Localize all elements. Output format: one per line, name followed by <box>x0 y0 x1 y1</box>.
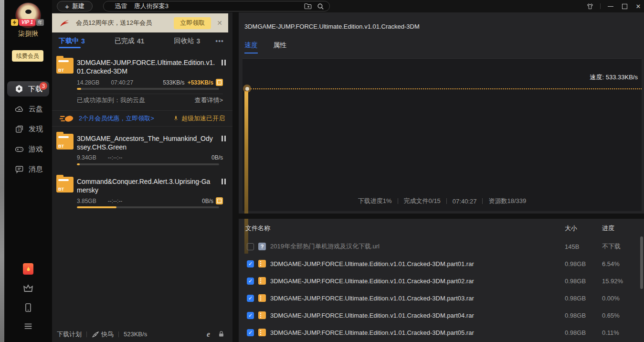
sidebar-item-messages[interactable]: 消息 <box>7 161 49 177</box>
search-bar[interactable]: 迅雷 唐人街探案3 <box>103 1 330 11</box>
crown-icon[interactable] <box>22 283 34 294</box>
vip-badges: VIP 1 年 <box>11 19 44 26</box>
file-checkbox[interactable]: ✓ <box>247 260 254 267</box>
browser-icon[interactable]: e <box>207 330 210 339</box>
download-stats: 9.34GB --:--:-- 0B/s <box>77 154 223 161</box>
svg-text:3: 3 <box>18 128 20 132</box>
sidebar-item-discover[interactable]: 3 发现 <box>7 121 49 137</box>
file-progress: 0.00% <box>602 295 644 302</box>
download-title: 3DMGAME-JUMP.FORCE.Ultimate.Edition.v1.0… <box>77 58 215 75</box>
header-filename: 文件名称 <box>239 224 565 233</box>
file-progress: 15.92% <box>602 278 644 285</box>
cloud-note-row: 已成功添加到：我的云盘 查看详情> <box>77 96 223 105</box>
table-row[interactable]: ✓ ? 2019年全部热门单机游戏及汉化下载.url 145B 不下载 <box>239 238 644 255</box>
search-prefix: 迅雷 <box>115 2 127 11</box>
maximize-button[interactable] <box>621 2 628 10</box>
eta-label: --:--:-- <box>108 198 123 204</box>
file-checkbox[interactable]: ✓ <box>247 278 254 285</box>
table-row[interactable]: ✓ 3DMGAME-JUMP.FORCE.Ultimate.Edition.v1… <box>239 255 644 272</box>
window-controls: ✕ <box>586 0 642 12</box>
file-progress: 0.11% <box>602 329 644 336</box>
bottom-statusbar: 下载计划 快鸟 523KB/s e <box>52 326 232 342</box>
view-details-link[interactable]: 查看详情> <box>194 96 223 105</box>
download-plan-link[interactable]: 下载计划 <box>57 330 82 339</box>
tab-trash[interactable]: 回收站3 <box>173 37 201 48</box>
download-title: Command&Conquer.Red.Alert.3.Uprising-Gam… <box>77 177 215 194</box>
speed-label: 0B/s <box>202 198 213 204</box>
file-name: 2019年全部热门单机游戏及汉化下载.url <box>270 242 380 251</box>
tab-properties[interactable]: 属性 <box>273 41 286 53</box>
progress-bar <box>77 206 219 208</box>
speed-label: 0B/s <box>211 154 223 161</box>
table-row[interactable]: ✓ 3DMGAME-JUMP.FORCE.Ultimate.Edition.v1… <box>239 272 644 289</box>
renew-vip-button[interactable]: 续费会员 <box>12 50 43 62</box>
sidebar-item-games[interactable]: 游戏 <box>7 141 49 157</box>
tab-downloading[interactable]: 下载中3 <box>58 37 86 48</box>
fast-bird-link[interactable]: 快鸟 <box>101 330 114 339</box>
banner-close-icon[interactable]: ✕ <box>217 19 222 27</box>
minimize-button[interactable] <box>607 2 614 10</box>
table-row[interactable]: ✓ 3DMGAME-JUMP.FORCE.Ultimate.Edition.v1… <box>239 289 644 307</box>
panel-divider <box>232 12 239 342</box>
vip-promo-banner[interactable]: 会员12周年庆，送12年会员 立即领取 ✕ <box>52 13 228 32</box>
hamburger-menu-icon[interactable] <box>23 321 33 331</box>
size-label: 14.28GB <box>77 79 99 86</box>
detail-tabs: 速度 属性 <box>244 41 286 53</box>
sidebar-bottom-icons <box>4 263 52 331</box>
divider <box>77 94 223 94</box>
tab-completed[interactable]: 已完成41 <box>114 37 146 48</box>
comet-icon <box>59 113 75 124</box>
desktop-edge <box>0 0 4 342</box>
table-row[interactable]: ✓ 3DMGAME-JUMP.FORCE.Ultimate.Edition.v1… <box>239 324 644 341</box>
bird-icon <box>92 331 99 338</box>
member-offer-link[interactable]: 2个月会员优惠，立即领取> <box>79 114 154 123</box>
file-checkbox[interactable]: ✓ <box>247 312 254 319</box>
sidebar-item-label: 游戏 <box>29 145 43 154</box>
claim-button[interactable]: 立即领取 <box>174 17 211 29</box>
file-size: 0.98GB <box>565 312 602 319</box>
speed-dotted-line <box>251 88 642 89</box>
close-button[interactable]: ✕ <box>634 2 642 10</box>
super-boost-status: 超级加速已开启 <box>173 114 225 123</box>
promo-fire-icon[interactable] <box>23 263 33 275</box>
file-name: 3DMGAME-JUMP.FORCE.Ultimate.Edition.v1.0… <box>270 278 474 285</box>
rar-archive-icon <box>258 311 266 319</box>
banner-text: 会员12周年庆，送12年会员 <box>76 19 152 27</box>
pause-icon[interactable] <box>222 136 226 141</box>
more-options-icon[interactable]: ••• <box>215 37 224 48</box>
sidebar-item-download[interactable]: 下载 3 <box>7 81 49 96</box>
cloud-note: 已成功添加到：我的云盘 <box>77 96 145 105</box>
section-divider <box>239 214 644 219</box>
table-header: 文件名称 大小 进度 <box>239 219 644 238</box>
search-icon[interactable] <box>317 2 325 11</box>
collection-folder-icon[interactable] <box>304 2 312 11</box>
file-checkbox[interactable]: ✓ <box>247 295 254 302</box>
file-size: 0.98GB <box>565 278 602 285</box>
current-speed-label: 速度: 533.33KB/s <box>590 73 638 82</box>
progress-bar <box>77 163 219 165</box>
sidebar-item-cloud[interactable]: 云盘 <box>7 101 49 117</box>
lock-icon[interactable] <box>218 331 225 338</box>
download-stats: 3.85GB --:--:-- 0B/s <box>77 197 223 204</box>
table-row[interactable]: ✓ 3DMGAME-JUMP.FORCE.Ultimate.Edition.v1… <box>239 307 644 324</box>
tab-speed[interactable]: 速度 <box>244 41 258 53</box>
bt-folder-icon: BT <box>56 177 74 192</box>
pause-icon[interactable] <box>222 179 226 184</box>
file-checkbox[interactable]: ✓ <box>247 329 254 336</box>
rar-archive-icon <box>258 277 266 285</box>
titlebar: + 新建 迅雷 唐人街探案3 ✕ <box>52 0 644 12</box>
sidebar-item-label: 消息 <box>29 165 43 174</box>
size-label: 9.34GB <box>77 154 96 161</box>
file-checkbox[interactable]: ✓ <box>247 243 254 250</box>
table-scrollbar[interactable] <box>640 236 643 289</box>
rar-archive-icon <box>258 260 266 267</box>
new-task-button[interactable]: + 新建 <box>57 1 93 11</box>
pause-icon[interactable] <box>222 60 226 65</box>
member-promo-row: 2个月会员优惠，立即领取> 超级加速已开启 <box>52 110 232 127</box>
time-stat: 07:40:27 <box>453 198 477 205</box>
rar-archive-icon <box>258 294 266 302</box>
sidebar: VIP 1 年 柒捌揪 续费会员 下载 3 云盘 3 <box>4 0 52 342</box>
discover-icon: 3 <box>15 125 24 134</box>
skin-theme-icon[interactable] <box>586 2 594 10</box>
mobile-phone-icon[interactable] <box>23 302 33 313</box>
